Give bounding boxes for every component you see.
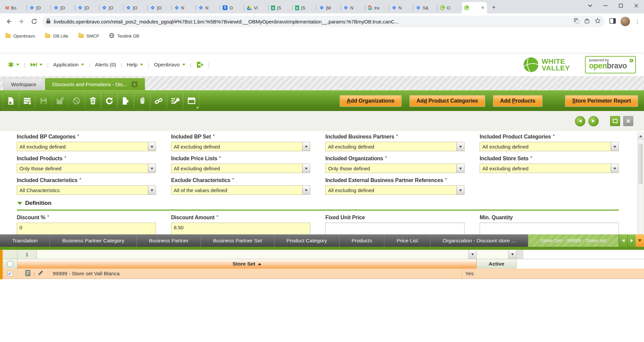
dropdown-arrow-icon[interactable]: [302, 186, 310, 194]
scroll-tabs-left-icon[interactable]: [619, 234, 627, 247]
browser-menu-icon[interactable]: ⋮: [635, 18, 640, 25]
previous-record-icon[interactable]: [575, 116, 585, 126]
included-organizations-select[interactable]: Only those defined: [325, 164, 465, 173]
browser-tab[interactable]: tra: [365, 2, 389, 13]
dropdown-arrow-icon[interactable]: [302, 164, 310, 173]
browser-tab[interactable]: [O: [51, 2, 75, 13]
included-bp-categories-select[interactable]: All excluding defined: [17, 142, 156, 151]
tab-search-chevron-icon[interactable]: [582, 0, 598, 11]
bookmark-folder[interactable]: OB Lille: [45, 34, 68, 39]
help-menu[interactable]: Help: [127, 62, 143, 68]
browser-tab[interactable]: 5O: [220, 2, 244, 13]
browser-tab[interactable]: [O: [75, 2, 99, 13]
application-menu[interactable]: Application: [53, 62, 85, 68]
maximize-form-icon[interactable]: [610, 116, 620, 126]
bookmark-star-icon[interactable]: [595, 18, 601, 25]
share-icon[interactable]: [584, 18, 590, 25]
close-window-icon[interactable]: [629, 0, 644, 11]
refresh-icon[interactable]: [101, 93, 117, 109]
child-tab-translation[interactable]: Translation: [0, 234, 50, 247]
reload-icon[interactable]: [30, 17, 39, 26]
preferences-icon[interactable]: [167, 93, 183, 109]
quick-create-menu[interactable]: [30, 62, 43, 67]
child-tab-store-set-99999-store-set[interactable]: Store Set - 99999 - Store set: [528, 234, 619, 247]
browser-tab[interactable]: N: [172, 2, 196, 13]
form-scrollbar[interactable]: [638, 132, 643, 234]
store-perimeter-report-button[interactable]: Store Perimeter Report: [565, 95, 638, 107]
exclude-characteristics-select[interactable]: All of the values defined: [171, 185, 310, 195]
minimize-window-icon[interactable]: [598, 0, 613, 11]
child-tab-business-partner-category[interactable]: Business Partner Category: [50, 234, 137, 247]
discount-input[interactable]: 0: [17, 223, 156, 234]
bookmark-link[interactable]: Testlink OB: [109, 33, 139, 39]
browser-tab[interactable]: MBo: [3, 2, 27, 13]
back-icon[interactable]: [4, 17, 13, 26]
quick-launch-menu[interactable]: ✱: [8, 61, 19, 69]
row-checkbox[interactable]: ✔: [7, 271, 13, 276]
bookmark-folder[interactable]: SMCP: [78, 34, 99, 39]
column-header-store-set[interactable]: Store Set: [17, 259, 477, 269]
new-row-icon[interactable]: ✱: [19, 93, 35, 109]
browser-tab[interactable]: O: [437, 2, 462, 13]
browser-tab[interactable]: [O: [27, 2, 51, 13]
dropdown-arrow-icon[interactable]: [457, 164, 464, 173]
attachment-icon[interactable]: [134, 93, 150, 109]
profile-avatar[interactable]: [621, 17, 630, 26]
filter-dropdown-icon[interactable]: [508, 250, 516, 259]
included-external-business-partner-references-select[interactable]: All excluding defined: [325, 185, 465, 195]
included-products-select[interactable]: Only those defined: [17, 164, 156, 173]
side-panel-icon[interactable]: [609, 18, 616, 25]
translate-icon[interactable]: Aa: [574, 18, 580, 25]
column-header-active[interactable]: Active: [477, 259, 517, 269]
browser-tab[interactable]: N: [196, 2, 220, 13]
discount-amount-input[interactable]: 8.50: [171, 223, 310, 234]
browser-tab[interactable]: [O: [99, 2, 123, 13]
dropdown-arrow-icon[interactable]: [148, 142, 156, 151]
include-price-lists-select[interactable]: All excluding defined: [171, 164, 310, 173]
export-icon[interactable]: [118, 93, 133, 109]
browser-tab[interactable]: N: [341, 2, 365, 13]
child-tab-products[interactable]: Products: [339, 234, 384, 247]
dropdown-arrow-icon[interactable]: [302, 142, 310, 151]
dropdown-arrow-icon[interactable]: [457, 142, 464, 151]
active-cell[interactable]: Yes: [462, 269, 502, 279]
browser-tab[interactable]: [O: [123, 2, 148, 13]
select-all-cell[interactable]: [3, 259, 17, 269]
child-tab-price-list[interactable]: Price List: [384, 234, 430, 247]
tab-discounts-and-promotions[interactable]: Discounts and Promotions - Dis... x: [45, 78, 145, 90]
scroll-tabs-right-icon[interactable]: [627, 234, 636, 247]
url-field[interactable]: livebuilds.openbravo.com/retail_pos2_mod…: [42, 16, 605, 27]
child-tab-organization-discount-store[interactable]: Organization - Discount store ...: [430, 234, 528, 247]
child-tab-product-category[interactable]: Product Category: [274, 234, 339, 247]
store-set-filter-input[interactable]: [37, 250, 477, 259]
tab-list-dropdown-icon[interactable]: [636, 234, 644, 247]
close-tab-icon[interactable]: x: [131, 81, 138, 87]
store-set-cell[interactable]: 99999 - Store set Vall Blanca: [51, 269, 462, 279]
included-business-partners-select[interactable]: All excluding defined: [325, 142, 465, 151]
bookmark-folder[interactable]: Openbravo: [5, 34, 35, 39]
included-product-categories-select[interactable]: All excluding defined: [480, 142, 619, 151]
row-checkbox-cell[interactable]: ✔: [3, 269, 17, 279]
dropdown-arrow-icon[interactable]: [148, 164, 156, 173]
included-store-sets-select[interactable]: All excluding defined: [480, 164, 619, 173]
fixed-unit-price-input[interactable]: [325, 223, 465, 234]
user-menu[interactable]: Openbravo: [154, 62, 185, 68]
child-tab-business-partner[interactable]: Business Partner: [137, 234, 201, 247]
next-record-icon[interactable]: [588, 116, 599, 126]
add-products-button[interactable]: Add Products: [493, 95, 542, 107]
new-tab-button[interactable]: +: [489, 3, 498, 12]
dropdown-arrow-icon[interactable]: [611, 142, 619, 151]
included-bp-set-select[interactable]: All excluding defined: [171, 142, 310, 151]
tab-workspace[interactable]: Workspace: [3, 78, 44, 90]
filter-dropdown-icon[interactable]: [469, 250, 476, 259]
form-view-document-icon[interactable]: [25, 270, 31, 278]
edit-pencil-icon[interactable]: [37, 270, 44, 278]
browser-tab[interactable]: ✕: [462, 2, 487, 13]
select-all-checkbox[interactable]: [7, 261, 13, 267]
browser-tab[interactable]: N: [389, 2, 413, 13]
browser-tab[interactable]: Vi: [244, 2, 268, 13]
active-filter-input[interactable]: [477, 250, 517, 259]
form-view-icon[interactable]: [183, 93, 199, 109]
add-organizations-button[interactable]: Add Organizations: [340, 95, 401, 107]
scrollbar-thumb[interactable]: [639, 144, 642, 184]
